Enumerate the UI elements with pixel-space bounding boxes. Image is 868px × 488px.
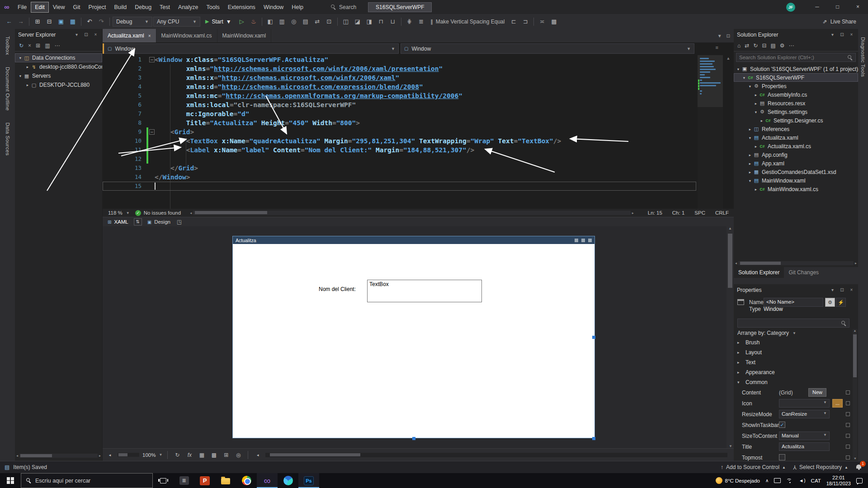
side-tab-diagnostic-tools[interactable]: Diagnostic Tools — [859, 33, 867, 80]
code-line-11[interactable]: 11 <Label x:Name="label" Content="Nom de… — [103, 145, 696, 155]
sync-with-active-document-icon[interactable]: ⇄ — [745, 42, 749, 49]
tree-item-solution-s16sqlserverwpf-1-of-1-project-[interactable]: ▾▣Solution 'S16SQLServerWPF' (1 of 1 pro… — [734, 65, 858, 73]
resize-handle-bottom[interactable] — [412, 437, 415, 440]
navigate-backward-icon[interactable]: ← — [4, 16, 14, 28]
new-content-button[interactable]: New — [808, 388, 826, 397]
add-to-source-control-button[interactable]: ↑ Add to Source Control ▲ — [721, 464, 786, 470]
taskbar-app-generic[interactable]: ≣ — [174, 473, 194, 488]
expand-icon[interactable]: ▸ — [747, 161, 753, 166]
scroll-right-icon[interactable]: ▸ — [632, 211, 634, 215]
hidden-icons-chevron[interactable]: ∧ — [765, 478, 769, 483]
taskbar-app-visual-studio[interactable]: ∞ — [257, 473, 278, 488]
menu-window[interactable]: Window — [259, 2, 288, 13]
more-commands-icon[interactable]: ⋯ — [789, 42, 794, 49]
browse-button[interactable]: ... — [832, 399, 843, 408]
collapse-icon[interactable]: ▾ — [18, 74, 23, 78]
category-common[interactable]: ▾Common — [734, 377, 852, 387]
solution-configurations-dropdown[interactable]: Debug▼ — [113, 17, 152, 27]
maximize-button[interactable]: □ — [827, 0, 848, 14]
events-view-button[interactable]: ⚡ — [836, 298, 846, 307]
collapse-icon[interactable]: ▾ — [741, 75, 747, 80]
menu-file[interactable]: File — [14, 2, 31, 13]
start-debugging-button[interactable]: ▶Start▼ — [201, 19, 236, 25]
open-file-icon[interactable]: ⊟ — [44, 16, 55, 28]
display-icon[interactable] — [774, 478, 781, 483]
select-repository-button[interactable]: Y Select Repository ▲ — [793, 464, 848, 470]
collapse-all-icon[interactable]: ⊟ — [762, 42, 766, 49]
tree-item-desktop-jccl880-gestiocomandes[interactable]: ▸↯desktop-jccl880.GestioComandes — [15, 62, 102, 71]
snapping-icon[interactable]: ⊞ — [222, 452, 231, 458]
weather-widget[interactable]: 8°C Despejado — [716, 477, 760, 484]
resize-handle-right[interactable] — [592, 336, 595, 339]
property-marker-icon[interactable] — [846, 423, 850, 427]
tab-list-icon[interactable]: ▼ — [717, 33, 722, 38]
undo-icon[interactable]: ↶ — [84, 16, 95, 28]
refresh-icon[interactable]: ↻ — [753, 42, 758, 49]
code-line-10[interactable]: 10 <TextBox x:Name="quadreActualitza" Ma… — [103, 136, 696, 145]
tree-item-settings-settings[interactable]: ▾⚙Settings.settings — [734, 108, 858, 116]
tab-actualitza-xaml[interactable]: Actualitza.xaml× — [103, 29, 156, 42]
make-vertical-spacing-equal-button[interactable]: ∥Make Vertical Spacing Equal — [428, 19, 508, 25]
line-ending-indicator[interactable]: CRLF — [710, 210, 734, 216]
properties-search-input[interactable] — [737, 319, 849, 328]
menu-edit[interactable]: Edit — [31, 2, 49, 13]
property-marker-icon[interactable] — [846, 445, 850, 449]
close-tab-icon[interactable]: × — [148, 33, 151, 38]
tree-item-servers[interactable]: ▾▦Servers — [15, 71, 102, 80]
collapse-icon[interactable]: ▾ — [747, 178, 753, 183]
volume-icon[interactable]: ◄) — [799, 478, 805, 483]
code-line-14[interactable]: 14</Window> — [103, 173, 696, 182]
show-grid-icon[interactable]: ▦ — [197, 452, 206, 458]
minimap[interactable] — [698, 55, 723, 209]
toggle-snap-grid-icon[interactable]: ▩ — [548, 16, 559, 28]
property-dropdown[interactable]: CanResize▼ — [779, 410, 830, 418]
tree-item-gestiocomandesdataset1-xsd[interactable]: ▸▦GestioComandesDataSet1.xsd — [734, 168, 858, 176]
notifications-button[interactable]: 1 — [855, 464, 863, 471]
align-tops-icon[interactable]: ⊓ — [376, 16, 387, 28]
tree-item-settings-designer-cs[interactable]: ▸C#Settings.Designer.cs — [734, 116, 858, 125]
make-horizontal-spacing-equal-icon[interactable]: ≍ — [537, 16, 547, 28]
language-indicator[interactable]: CAT — [811, 478, 821, 483]
tree-item-actualitza-xaml-cs[interactable]: ▸C#Actualitza.xaml.cs — [734, 142, 858, 150]
tree-item-actualitza-xaml[interactable]: ▾▤Actualitza.xaml — [734, 133, 858, 142]
show-all-files-icon[interactable]: ▤ — [770, 42, 775, 49]
properties-icon[interactable]: ⚙ — [780, 42, 785, 49]
menu-extensions[interactable]: Extensions — [224, 2, 259, 13]
panel-tab-solution-explorer[interactable]: Solution Explorer — [734, 267, 784, 278]
horizontal-scrollbar[interactable]: ◂ ▸ — [190, 211, 634, 215]
task-view-button[interactable] — [153, 473, 174, 488]
scroll-left-icon[interactable]: ◂ — [253, 453, 262, 457]
tree-item-mainwindow-xaml-cs[interactable]: ▸C#MainWindow.xaml.cs — [734, 185, 858, 193]
menu-debug[interactable]: Debug — [131, 2, 156, 13]
menu-git[interactable]: Git — [69, 2, 85, 13]
scroll-left-icon[interactable]: ◂ — [735, 261, 737, 265]
spaces-indicator[interactable]: SPC — [689, 210, 710, 216]
category-appearance[interactable]: ▸Appearance — [734, 367, 852, 377]
scroll-right-icon[interactable]: ▸ — [99, 454, 101, 458]
horizontal-scrollbar[interactable]: ◂ ▸ — [16, 453, 101, 458]
line-indicator[interactable]: Ln: 15 — [643, 210, 667, 216]
chevron-down-icon[interactable]: ▾ — [73, 32, 80, 37]
close-icon[interactable]: × — [848, 287, 855, 292]
fold-icon[interactable]: – — [149, 57, 155, 62]
taskbar-app-powerpoint[interactable]: P — [194, 473, 215, 488]
category-text[interactable]: ▸Text — [734, 357, 852, 367]
clock[interactable]: 22:01 18/11/2023 — [826, 475, 851, 487]
solution-explorer-search-input[interactable]: Search Solution Explorer (Ctrl+;) — [736, 53, 856, 62]
panel-tab-git-changes[interactable]: Git Changes — [784, 267, 823, 278]
editor-zoom-dropdown[interactable]: 118 % ▼ — [103, 210, 135, 216]
menu-help[interactable]: Help — [288, 2, 307, 13]
align-bottoms-icon[interactable]: ⊔ — [387, 16, 398, 28]
expand-icon[interactable]: ▸ — [747, 170, 753, 174]
tree-item-app-xaml[interactable]: ▸▤App.xaml — [734, 159, 858, 168]
connect-to-database-icon[interactable]: ⊞ — [36, 42, 40, 49]
taskbar-app-photoshop[interactable]: Ps — [298, 473, 319, 488]
property-textbox[interactable]: Actualitza — [779, 442, 830, 451]
tab-design[interactable]: ▣ Design — [144, 219, 174, 225]
align-lefts-icon[interactable]: ◫ — [340, 16, 351, 28]
design-label-nom-del-client[interactable]: Nom del Client: — [319, 286, 356, 292]
expand-icon[interactable]: ▸ — [753, 101, 759, 106]
designer-zoom-dropdown[interactable]: 100% — [142, 452, 156, 458]
expand-icon[interactable]: ▸ — [753, 93, 759, 97]
taskbar-app-browser[interactable] — [278, 473, 298, 488]
